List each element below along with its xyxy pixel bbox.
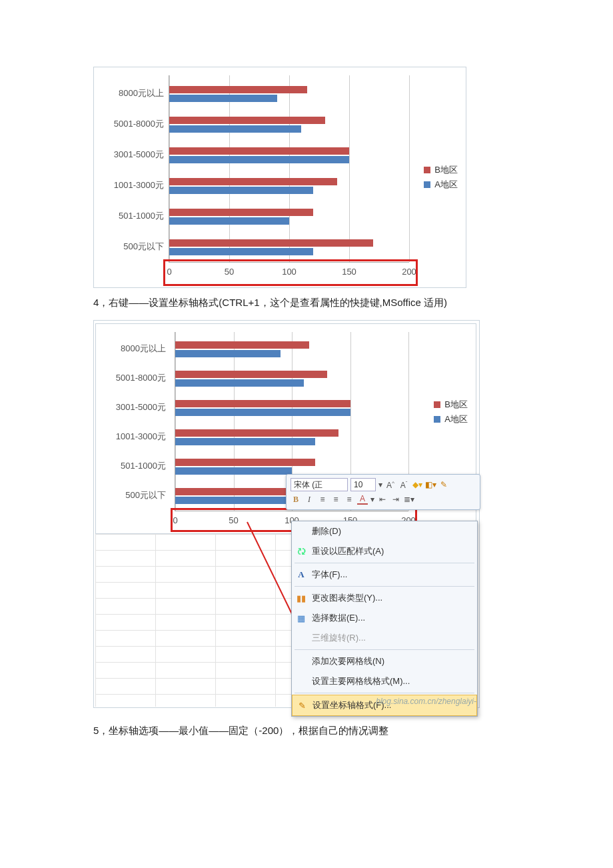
legend-b: B地区 [434,164,458,176]
ctx-add-minor-gridlines[interactable]: 添加次要网格线(N) [292,651,477,671]
xtick: 200 [402,267,416,277]
ctx-font[interactable]: A 字体(F)... [292,565,477,585]
format-axis-icon: ✎ [297,701,307,711]
ylabel: 8000元以上 [96,343,166,355]
ylabel: 500元以下 [94,241,164,253]
ylabel: 8000元以上 [94,87,164,99]
ylabel: 1001-3000元 [96,431,166,443]
step5-caption: 5，坐标轴选项——最小值——固定（-200），根据自己的情况调整 [93,723,520,739]
ylabel: 5001-8000元 [96,372,166,384]
ctx-change-chart-type[interactable]: ▮▮ 更改图表类型(Y)... [292,588,477,608]
xtick: 150 [342,267,356,277]
fill-color-icon[interactable]: ◆▾ [412,480,422,489]
indent-decrease-icon[interactable]: ⇤ [377,495,388,504]
mini-format-toolbar[interactable]: 宋体 (正ゞ 10 ▾ A^ Aˇ ◆▾ ◧▾ ✎ B I ≡ ≡ ≡ A ▾ … [286,474,480,510]
xtick: 100 [282,267,297,277]
watermark: blog.sina.com.cn/zhenglaiyi- [376,697,476,706]
ctx-delete[interactable]: 删除(D) [292,521,477,541]
step4-caption: 4，右键——设置坐标轴格式(CTRL+1，这个是查看属性的快捷键,MSoffic… [93,295,520,311]
ylabel: 3001-5000元 [94,149,164,161]
legend-a: A地区 [444,413,468,425]
font-size-select[interactable]: 10 [350,478,376,491]
align-left-icon[interactable]: ≡ [317,495,328,504]
ylabel: 5001-8000元 [94,118,164,130]
xtick: 50 [229,515,238,525]
context-menu[interactable]: 删除(D) 🗘 重设以匹配样式(A) A 字体(F)... ▮▮ 更改图表类型(… [291,521,478,717]
bullets-icon[interactable]: ≣▾ [404,495,414,504]
ylabel: 3001-5000元 [96,401,166,413]
format-painter-icon[interactable]: ✎ [438,480,449,489]
legend-a: A地区 [434,179,458,191]
border-icon[interactable]: ◧▾ [425,480,436,489]
grow-font-icon[interactable]: A^ [385,480,396,490]
shrink-font-icon[interactable]: Aˇ [398,480,409,490]
ylabel: 1001-3000元 [94,179,164,191]
chart-legend: B地区 A地区 [424,161,458,193]
xtick: 0 [167,267,171,277]
chart-2-screenshot: 8000元以上 5001-8000元 3001-5000元 1001-3000元… [93,320,480,708]
ctx-select-data[interactable]: ▦ 选择数据(E)... [292,608,477,628]
align-center-icon[interactable]: ≡ [330,495,341,504]
chart-1: 8000元以上 5001-8000元 3001-5000元 1001-3000元… [93,67,466,288]
bold-icon[interactable]: B [291,495,301,505]
xtick: 50 [225,267,234,277]
legend-b: B地区 [444,399,468,411]
ylabel: 500元以下 [96,489,166,501]
ylabel: 501-1000元 [94,210,164,222]
font-name-select[interactable]: 宋体 (正ゞ [291,478,348,491]
ylabel: 501-1000元 [96,460,166,472]
font-color-icon[interactable]: A [357,494,368,505]
chart-legend: B地区 A地区 [434,396,468,428]
xtick: 0 [173,515,177,525]
ctx-format-major-gridlines[interactable]: 设置主要网格线格式(M)... [292,671,477,691]
italic-icon[interactable]: I [304,495,314,505]
ctx-3d-rotate: 三维旋转(R)... [292,628,477,648]
font-icon: A [296,569,306,580]
reset-icon: 🗘 [296,547,306,557]
select-data-icon: ▦ [296,613,306,623]
ctx-reset-style[interactable]: 🗘 重设以匹配样式(A) [292,541,477,561]
align-right-icon[interactable]: ≡ [344,495,354,504]
chart-type-icon: ▮▮ [296,593,306,603]
indent-increase-icon[interactable]: ⇥ [390,495,401,504]
